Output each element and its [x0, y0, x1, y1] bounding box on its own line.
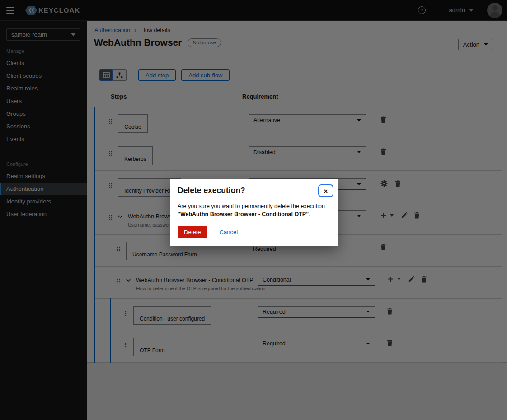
keycloak-admin-screen: KEYCLOAK ? admin sample-realm Manage Cli… [0, 0, 507, 420]
cancel-link[interactable]: Cancel [220, 229, 238, 236]
modal-body-suffix: . [309, 211, 310, 217]
delete-execution-modal: Delete execution? × Are you sure you wan… [170, 179, 338, 246]
modal-title: Delete execution? [178, 186, 330, 195]
modal-body-target: "WebAuthn Browser Browser - Conditional … [178, 211, 309, 217]
modal-body-prefix: Are you sure you want to permanently del… [178, 203, 325, 209]
modal-close-button[interactable]: × [318, 184, 333, 197]
delete-button[interactable]: Delete [178, 226, 207, 238]
modal-body: Are you sure you want to permanently del… [178, 202, 329, 218]
close-icon: × [324, 188, 328, 194]
